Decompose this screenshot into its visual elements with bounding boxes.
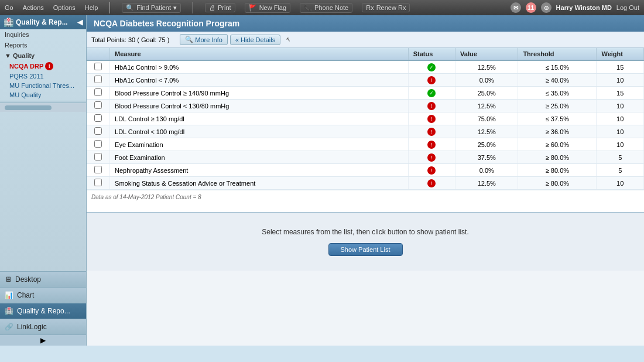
phone-note-button[interactable]: 📞 Phone Note	[300, 3, 352, 13]
select-measures-text: Select measures from the list, then clic…	[262, 228, 469, 236]
value-cell: 0.0%	[455, 74, 518, 87]
sidebar-item-mu-quality[interactable]: MU Quality	[0, 90, 86, 100]
renew-rx-button[interactable]: Rx Renew Rx	[362, 3, 410, 12]
table-row[interactable]: LDL Control ≥ 130 mg/dl!75.0%≤ 37.5%10	[87, 112, 644, 125]
menu-options[interactable]: Options	[53, 4, 76, 11]
logout-button[interactable]: Log Out	[616, 4, 639, 11]
table-row[interactable]: Smoking Status & Cessation Advice or Tre…	[87, 177, 644, 190]
measures-table-container[interactable]: Measure Status Value Threshold Weight Hb…	[87, 48, 644, 212]
print-icon: 🖨	[209, 4, 215, 11]
data-footer: Data as of 14-May-2012 Patient Count = 8	[87, 190, 644, 204]
total-points: Total Points: 30 ( Goal: 75 )	[91, 36, 169, 43]
value-cell: 37.5%	[455, 151, 518, 164]
show-patient-list-button[interactable]: Show Patient List	[328, 243, 403, 256]
more-info-button[interactable]: 🔍 More Info	[180, 34, 227, 45]
sidebar-item-mu-functional[interactable]: MU Functional Thres...	[0, 81, 86, 90]
messages-icon[interactable]: ✉	[511, 2, 521, 13]
link-icon: 🔗	[5, 323, 13, 331]
row-checkbox-7[interactable]	[94, 153, 102, 160]
value-cell: 25.0%	[455, 138, 518, 151]
measure-cell: Smoking Status & Cessation Advice or Tre…	[110, 177, 409, 190]
sidebar-item-pqrs[interactable]: PQRS 2011	[0, 71, 86, 81]
main-layout: 🏥 Quality & Rep... ◀ Inquiries Reports ▼…	[0, 15, 644, 346]
status-warn-icon: !	[427, 102, 436, 110]
find-patient-dropdown-icon: ▾	[173, 4, 177, 12]
table-row[interactable]: Eye Examination!25.0%≥ 60.0%10	[87, 138, 644, 151]
menu-go[interactable]: Go	[5, 4, 13, 11]
sidebar-scrollbar[interactable]	[0, 103, 86, 112]
taskbar-quality[interactable]: 🏥 Quality & Repo...	[0, 303, 86, 319]
taskbar-linklogic[interactable]: 🔗 LinkLogic	[0, 319, 86, 335]
value-cell: 25.0%	[455, 87, 518, 100]
table-row[interactable]: Blood Pressure Control < 130/80 mmHg!12.…	[87, 100, 644, 112]
row-checkbox-5[interactable]	[94, 127, 102, 135]
threshold-cell: ≥ 25.0%	[518, 100, 597, 112]
rx-icon: Rx	[366, 4, 374, 11]
value-cell: 12.5%	[455, 177, 518, 190]
sidebar-item-quality[interactable]: ▼ Quality	[0, 50, 86, 61]
value-cell: 0.0%	[455, 164, 518, 177]
taskbar: 🖥 Desktop 📊 Chart 🏥 Quality & Repo... 🔗 …	[0, 271, 86, 346]
menu-help[interactable]: Help	[85, 4, 98, 11]
status-ok-icon: ✓	[427, 89, 436, 97]
sidebar-item-inquiries[interactable]: Inquiries	[0, 29, 86, 40]
scroll-thumb	[5, 105, 52, 110]
threshold-cell: ≥ 36.0%	[518, 125, 597, 138]
table-row[interactable]: HbA1c Control < 7.0%!0.0%≥ 40.0%10	[87, 74, 644, 87]
measure-cell: Foot Examination	[110, 151, 409, 164]
content-toolbar: Total Points: 30 ( Goal: 75 ) 🔍 More Inf…	[87, 32, 644, 48]
sidebar-divider	[0, 101, 86, 101]
tasks-icon[interactable]: ⊙	[541, 2, 551, 13]
sidebar-item-ncqa-drp[interactable]: NCQA DRP !	[0, 61, 86, 71]
quality-icon: 🏥	[5, 307, 13, 315]
taskbar-desktop[interactable]: 🖥 Desktop	[0, 272, 86, 288]
table-row[interactable]: Foot Examination!37.5%≥ 80.0%5	[87, 151, 644, 164]
alerts-icon[interactable]: 11	[526, 2, 536, 13]
status-warn-icon: !	[427, 141, 436, 149]
bottom-panel: Select measures from the list, then clic…	[87, 212, 644, 271]
row-checkbox-4[interactable]	[94, 114, 102, 122]
hide-icon: «	[235, 36, 239, 43]
col-weight: Weight	[597, 48, 644, 60]
value-cell: 12.5%	[455, 100, 518, 112]
status-cell: !	[408, 151, 455, 164]
sidebar-item-reports[interactable]: Reports	[0, 40, 86, 50]
phone-icon: 📞	[304, 4, 312, 12]
threshold-cell: ≤ 15.0%	[518, 60, 597, 74]
row-checkbox-1[interactable]	[94, 76, 102, 83]
col-measure: Measure	[110, 48, 409, 60]
threshold-cell: ≥ 80.0%	[518, 164, 597, 177]
user-name: Harry Winston MD	[556, 4, 612, 11]
row-checkbox-0[interactable]	[94, 63, 102, 70]
menu-actions[interactable]: Actions	[23, 4, 44, 11]
print-button[interactable]: 🖨 Print	[205, 3, 235, 12]
row-checkbox-8[interactable]	[94, 166, 102, 173]
status-warn-icon: !	[427, 179, 436, 187]
status-cell: !	[408, 125, 455, 138]
quality-expand-icon: ▼	[5, 52, 11, 59]
status-warn-icon: !	[427, 153, 436, 162]
sep1	[109, 2, 110, 13]
row-checkbox-3[interactable]	[94, 101, 102, 109]
taskbar-chart[interactable]: 📊 Chart	[0, 288, 86, 303]
status-cell: ✓	[408, 60, 455, 74]
hide-details-button[interactable]: « Hide Details	[230, 35, 280, 45]
sidebar-collapse-icon[interactable]: ◀	[77, 18, 83, 26]
table-row[interactable]: LDL Control < 100 mg/dl!12.5%≥ 36.0%10	[87, 125, 644, 138]
cursor-indicator: ↖	[285, 36, 290, 43]
find-patient-icon: 🔍	[126, 4, 134, 12]
find-patient-button[interactable]: 🔍 Find Patient ▾	[122, 3, 181, 13]
measure-cell: LDL Control ≥ 130 mg/dl	[110, 112, 409, 125]
status-cell: !	[408, 100, 455, 112]
row-checkbox-9[interactable]	[94, 179, 102, 186]
top-menu-bar: Go Actions Options Help 🔍 Find Patient ▾…	[0, 0, 644, 15]
expand-taskbar[interactable]: ▶	[0, 335, 86, 346]
new-flag-button[interactable]: 🚩 New Flag	[245, 3, 290, 13]
table-row[interactable]: HbA1c Control > 9.0%✓12.5%≤ 15.0%15	[87, 60, 644, 74]
table-row[interactable]: Blood Pressure Control ≥ 140/90 mmHg✓25.…	[87, 87, 644, 100]
sidebar-header: 🏥 Quality & Rep... ◀	[0, 15, 86, 29]
table-row[interactable]: Nephropathy Assessment!0.0%≥ 80.0%5	[87, 164, 644, 177]
measure-cell: LDL Control < 100 mg/dl	[110, 125, 409, 138]
row-checkbox-2[interactable]	[94, 88, 102, 96]
row-checkbox-6[interactable]	[94, 140, 102, 148]
